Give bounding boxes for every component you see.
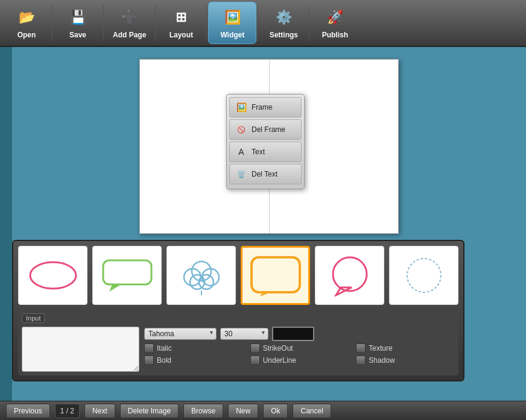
del-text-icon: 🗑️ <box>235 168 248 181</box>
main-area: 🖼️ Frame 🚫 Del Frame A Text 🗑️ Del Text <box>0 47 526 401</box>
frames-row <box>18 246 458 305</box>
divider-6 <box>309 5 309 41</box>
frame-item-1[interactable] <box>18 246 87 305</box>
color-picker[interactable] <box>272 327 314 341</box>
bottom-panel: Input Tahoma Arial Times New Roman Verda… <box>12 240 464 381</box>
settings-button[interactable]: ⚙️ Settings <box>259 2 308 44</box>
divider-1 <box>52 5 52 41</box>
bold-row[interactable]: Bold <box>144 356 243 365</box>
frame-svg-5 <box>323 254 377 296</box>
texture-row[interactable]: Texture <box>356 343 455 353</box>
strikeout-checkbox[interactable] <box>250 343 260 353</box>
browse-button[interactable]: Browse <box>183 404 223 418</box>
divider-3 <box>155 5 156 41</box>
new-button[interactable]: New <box>228 404 258 418</box>
toolbar: 📂 Open 💾 Save ➕ Add Page ⊞ Layout 🖼️ Wid… <box>0 0 526 47</box>
bold-checkbox[interactable] <box>144 356 154 365</box>
svg-point-6 <box>190 275 204 289</box>
options-grid: Italic StrikeOut Texture Bold <box>144 343 455 365</box>
frame-menu-item[interactable]: 🖼️ Frame <box>229 97 302 118</box>
frame-svg-3 <box>174 254 229 296</box>
settings-icon: ⚙️ <box>273 7 294 28</box>
font-select-wrapper: Tahoma Arial Times New Roman Verdana <box>144 328 217 340</box>
size-select-wrapper: 10121416 18202428 303648 <box>220 328 268 340</box>
nav-bar: Previous 1 / 2 Next Delete Image Browse … <box>0 401 526 420</box>
svg-rect-1 <box>103 260 151 284</box>
input-controls: Tahoma Arial Times New Roman Verdana 101… <box>144 327 455 365</box>
frame-icon: 🖼️ <box>235 101 248 114</box>
frame-item-6[interactable] <box>389 246 458 305</box>
frame-svg-4 <box>249 254 303 296</box>
svg-rect-9 <box>252 257 300 292</box>
texture-checkbox[interactable] <box>356 343 366 353</box>
del-text-menu-item[interactable]: 🗑️ Del Text <box>229 164 302 184</box>
ok-button[interactable]: Ok <box>263 404 288 418</box>
delete-image-button[interactable]: Delete Image <box>120 404 179 418</box>
frame-svg-2 <box>100 254 154 296</box>
frame-item-4[interactable] <box>241 246 310 305</box>
shadow-row[interactable]: Shadow <box>356 356 455 365</box>
frame-item-2[interactable] <box>92 246 162 305</box>
text-input[interactable] <box>22 327 139 372</box>
italic-checkbox[interactable] <box>144 343 154 353</box>
save-icon: 💾 <box>67 7 89 28</box>
save-button[interactable]: 💾 Save <box>54 2 102 44</box>
strikeout-row[interactable]: StrikeOut <box>250 343 349 353</box>
open-button[interactable]: 📂 Open <box>2 2 51 44</box>
frame-svg-6 <box>397 254 451 296</box>
del-frame-icon: 🚫 <box>235 123 248 136</box>
open-icon: 📂 <box>16 7 37 28</box>
font-size-row: Tahoma Arial Times New Roman Verdana 101… <box>144 327 455 341</box>
input-row: Tahoma Arial Times New Roman Verdana 101… <box>22 327 455 372</box>
widget-icon: 🖼️ <box>221 7 243 28</box>
layout-icon: ⊞ <box>170 7 192 28</box>
input-section: Input Tahoma Arial Times New Roman Verda… <box>18 310 458 375</box>
publish-icon: 🚀 <box>324 7 346 28</box>
publish-button[interactable]: 🚀 Publish <box>311 2 359 44</box>
add-page-icon: ➕ <box>119 7 141 28</box>
previous-button[interactable]: Previous <box>6 404 50 418</box>
left-strip <box>0 47 12 401</box>
font-select[interactable]: Tahoma Arial Times New Roman Verdana <box>144 328 217 340</box>
underline-row[interactable]: UnderLine <box>250 356 349 365</box>
svg-point-13 <box>407 259 441 292</box>
svg-point-7 <box>199 275 214 289</box>
text-icon: A <box>235 145 248 158</box>
size-select[interactable]: 10121416 18202428 303648 <box>220 328 268 340</box>
frame-item-3[interactable] <box>166 246 236 305</box>
del-frame-menu-item[interactable]: 🚫 Del Frame <box>229 119 302 140</box>
cancel-button[interactable]: Cancel <box>293 404 331 418</box>
next-button[interactable]: Next <box>84 404 115 418</box>
widget-dropdown: 🖼️ Frame 🚫 Del Frame A Text 🗑️ Del Text <box>226 94 305 189</box>
layout-button[interactable]: ⊞ Layout <box>157 2 205 44</box>
divider-2 <box>103 5 104 41</box>
frame-svg-1 <box>26 254 80 296</box>
divider-4 <box>206 5 207 41</box>
shadow-checkbox[interactable] <box>356 356 366 365</box>
italic-row[interactable]: Italic <box>144 343 243 353</box>
widget-button[interactable]: 🖼️ Widget <box>208 2 256 44</box>
divider-5 <box>258 5 258 41</box>
frame-item-5[interactable] <box>315 246 384 305</box>
add-page-button[interactable]: ➕ Add Page <box>105 2 154 44</box>
input-label: Input <box>22 313 45 323</box>
svg-marker-2 <box>109 284 121 292</box>
svg-point-0 <box>30 262 76 289</box>
text-menu-item[interactable]: A Text <box>229 142 302 162</box>
page-indicator: 1 / 2 <box>55 404 80 418</box>
svg-point-11 <box>333 257 367 291</box>
underline-checkbox[interactable] <box>250 356 260 365</box>
